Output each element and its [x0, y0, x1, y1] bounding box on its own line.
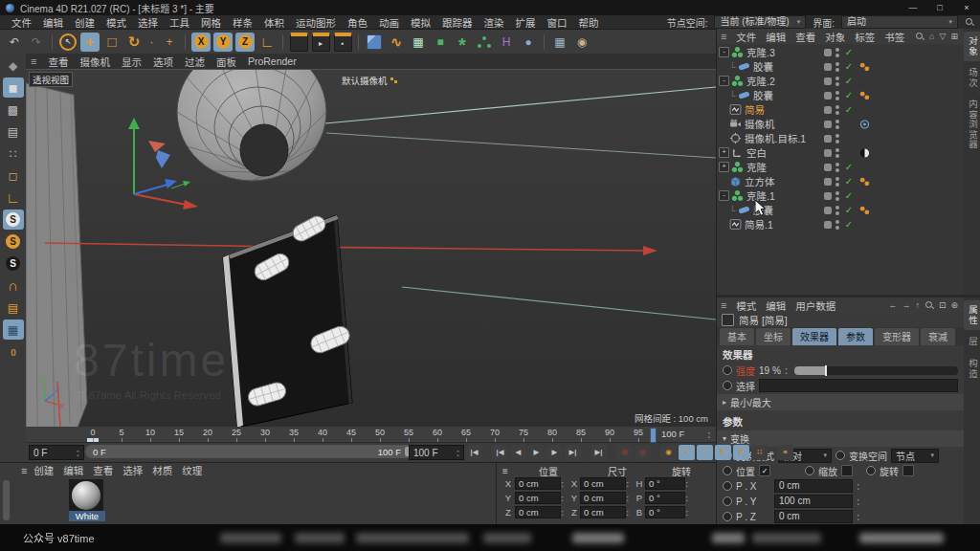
texture-mode-icon[interactable]: ▩	[3, 99, 24, 120]
snap-magnet-icon[interactable]: ∩	[3, 276, 24, 296]
collapse-toggle[interactable]: -	[719, 190, 729, 201]
enabled-check[interactable]: ✓	[843, 47, 855, 57]
dynamics-tag[interactable]	[858, 61, 871, 73]
expand-toggle[interactable]: +	[719, 147, 729, 158]
visibility-dots[interactable]	[835, 163, 839, 172]
scale-tool[interactable]: □	[102, 33, 122, 52]
layer-box[interactable]	[824, 221, 832, 229]
record-pla-toggle[interactable]: ∷	[751, 445, 768, 460]
visibility-dots[interactable]	[835, 148, 839, 158]
record-position-toggle[interactable]: +	[679, 445, 695, 460]
live-selection-tool[interactable]: ↖	[58, 33, 78, 52]
panel-side-tab[interactable]: 场次	[964, 63, 980, 93]
visibility-dots[interactable]	[835, 120, 839, 129]
node-space-dropdown[interactable]: 当前 (标准/物理)▾	[714, 15, 806, 29]
keyframe-dot[interactable]	[723, 481, 732, 491]
menubar-item[interactable]: 扩展	[510, 15, 542, 30]
rotate-tool[interactable]: ↻	[124, 33, 144, 52]
visibility-dots[interactable]	[835, 77, 839, 86]
dynamics-tag[interactable]	[858, 176, 871, 187]
object-manager-menu-icon[interactable]: ≡	[721, 31, 729, 42]
forward-icon[interactable]: →	[902, 300, 910, 310]
stepper-icon[interactable]: :	[785, 365, 788, 376]
menubar-item[interactable]: 帮助	[573, 15, 605, 30]
search-icon[interactable]	[915, 32, 924, 41]
panel-menu-item[interactable]: 查看	[88, 463, 118, 477]
z-axis-toggle[interactable]: Z	[235, 33, 255, 52]
layer-box[interactable]	[824, 192, 832, 200]
expand-toggle[interactable]: +	[719, 162, 729, 172]
undo-icon[interactable]: ↶	[5, 33, 24, 52]
transform-space-dropdown[interactable]: 节点▾	[891, 449, 939, 463]
panel-menu-item[interactable]: 对象	[820, 30, 850, 44]
material-menu-icon[interactable]: ≡	[21, 465, 27, 476]
panel-menu-item[interactable]: 编辑	[761, 298, 791, 313]
menubar-item[interactable]: 渲染	[479, 15, 510, 30]
menubar-item[interactable]: 模拟	[405, 15, 436, 30]
minmax-section[interactable]: ▸最小/最大	[717, 394, 964, 410]
panel-menu-item[interactable]: 创建	[29, 463, 58, 477]
object-row[interactable]: 简易.1✓	[717, 217, 964, 231]
menubar-item[interactable]: 网格	[195, 15, 227, 30]
position-checkbox[interactable]: ✓	[759, 465, 770, 476]
goto-start-button[interactable]: |◀	[466, 445, 482, 460]
axis-tool[interactable]: +	[160, 33, 179, 52]
interface-dropdown[interactable]: 启动▾	[841, 15, 958, 29]
menubar-item[interactable]: 窗口	[542, 15, 573, 30]
layer-box[interactable]	[824, 49, 832, 56]
panel-menu-item[interactable]: 书签	[880, 30, 909, 44]
size-field[interactable]: 0 cm	[580, 506, 626, 518]
stepper-icon[interactable]: :	[857, 512, 859, 522]
prev-key-button[interactable]: |◀	[492, 445, 508, 460]
search-icon[interactable]	[965, 17, 974, 27]
panel-menu-item[interactable]: 选择	[118, 463, 147, 477]
layer-box[interactable]	[824, 121, 832, 128]
panel-menu-item[interactable]: 查看	[791, 30, 820, 44]
mograph-cloner-button[interactable]	[475, 33, 494, 52]
viewport-menu-item[interactable]: 显示	[116, 55, 147, 69]
value-field[interactable]: 100 cm	[774, 495, 853, 508]
render-picture-viewer-button[interactable]: ▸	[311, 33, 330, 52]
object-row[interactable]: +空白	[717, 145, 964, 160]
layer-box[interactable]	[824, 92, 832, 99]
layer-box[interactable]	[824, 149, 832, 157]
menubar-item[interactable]: 体积	[258, 15, 290, 30]
enabled-check[interactable]: ✓	[843, 176, 855, 187]
attribute-tab[interactable]: 基本	[720, 328, 754, 345]
position-field[interactable]: 0 cm	[515, 492, 561, 504]
panel-menu-item[interactable]: 纹理	[177, 463, 207, 477]
attribute-tab[interactable]: 效果器	[792, 328, 836, 345]
maximize-button[interactable]: □	[926, 0, 953, 15]
redo-icon[interactable]: ↷	[27, 33, 46, 52]
autokey-button[interactable]: ◎	[635, 445, 651, 460]
points-mode-icon[interactable]: ∷	[3, 143, 24, 164]
layer-box[interactable]	[824, 164, 832, 171]
render-view-button[interactable]	[289, 33, 308, 52]
play-button[interactable]: ▶	[528, 445, 545, 460]
panel-side-tab[interactable]: 内容浏览器	[964, 95, 980, 155]
back-icon[interactable]: ←	[888, 300, 897, 310]
keyframe-selection-button[interactable]: ◉	[660, 445, 677, 460]
viewport-menu-item[interactable]: 选项	[147, 55, 179, 69]
next-key-button[interactable]: ▶|	[565, 445, 581, 460]
menubar-item[interactable]: 角色	[342, 15, 373, 30]
layer-box[interactable]	[824, 207, 832, 214]
value-field[interactable]: 0 cm	[774, 510, 853, 523]
visibility-dots[interactable]	[835, 48, 839, 57]
object-row[interactable]: -克隆.3✓	[717, 45, 964, 59]
modeling-star-button[interactable]: *	[453, 33, 472, 52]
keyframe-dot[interactable]	[835, 451, 845, 460]
viewport-menu-item[interactable]: ProRender	[242, 55, 302, 67]
attribute-tab[interactable]: 坐标	[756, 328, 791, 345]
viewport-menu-item[interactable]: 过滤	[179, 55, 211, 69]
last-tool[interactable]: ·	[146, 33, 157, 52]
generator-button[interactable]: ■	[431, 33, 450, 52]
rotation-field[interactable]: 0 °	[645, 492, 685, 504]
viewport-menu-item[interactable]: 面板	[211, 55, 242, 69]
selection-field[interactable]	[759, 379, 958, 392]
object-row[interactable]: -克隆.2✓	[717, 74, 964, 88]
visibility-dots[interactable]	[835, 91, 839, 100]
minimize-button[interactable]: —	[900, 0, 926, 15]
enabled-check[interactable]: ✓	[843, 90, 855, 100]
viewport-canvas[interactable]: 87time © 87time All Rights Reserved	[26, 70, 716, 427]
